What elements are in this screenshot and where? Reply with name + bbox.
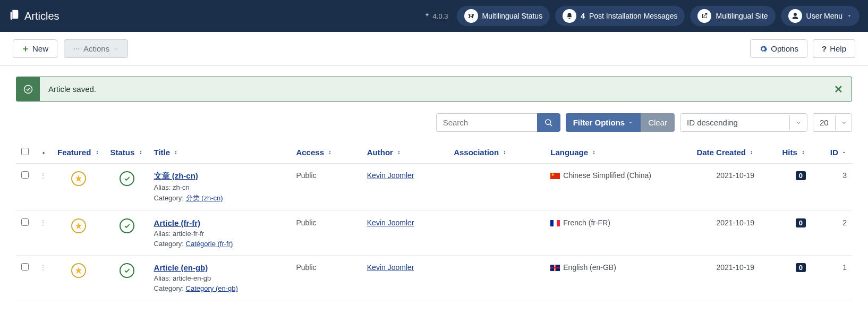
- page-title: Articles: [8, 9, 59, 23]
- article-title-link[interactable]: Article (fr-fr): [154, 218, 201, 227]
- check-icon: [123, 267, 131, 274]
- content-area: Article saved. ✕ Filter Options Clear ID…: [0, 66, 868, 311]
- user-menu-button[interactable]: User Menu: [781, 6, 860, 26]
- col-hits[interactable]: Hits: [760, 141, 811, 164]
- author-link[interactable]: Kevin Joomler: [367, 263, 414, 272]
- search-input[interactable]: [436, 113, 537, 132]
- user-icon: [788, 9, 802, 23]
- col-title[interactable]: Title: [149, 141, 291, 164]
- article-category: Category: Category (en-gb): [154, 284, 286, 292]
- chevron-down-icon: [835, 115, 853, 130]
- question-icon: ?: [822, 44, 827, 53]
- featured-toggle[interactable]: [71, 171, 86, 186]
- col-date[interactable]: Date Created: [657, 141, 760, 164]
- article-title-link[interactable]: Article (en-gb): [154, 263, 208, 272]
- limit-select[interactable]: 20: [813, 113, 852, 132]
- article-alias: Alias: article-en-gb: [154, 274, 286, 282]
- svg-point-2: [78, 48, 79, 49]
- author-link[interactable]: Kevin Joomler: [367, 171, 414, 180]
- new-button[interactable]: New: [13, 39, 57, 58]
- col-access[interactable]: Access: [291, 141, 361, 164]
- post-install-button[interactable]: 4 Post Installation Messages: [555, 6, 685, 26]
- association-value: [448, 256, 545, 300]
- access-value: Public: [291, 164, 361, 211]
- id-value: 3: [811, 164, 852, 211]
- access-value: Public: [291, 211, 361, 256]
- alert-message: Article saved.: [40, 77, 826, 101]
- articles-table: Featured Status Title Access Author Asso…: [16, 141, 852, 300]
- row-checkbox[interactable]: [21, 218, 29, 226]
- plus-icon: [22, 45, 29, 53]
- hits-badge: 0: [796, 263, 806, 272]
- star-icon: [74, 266, 83, 275]
- svg-point-1: [76, 48, 77, 49]
- article-alias: Alias: article-fr-fr: [154, 230, 286, 238]
- filter-bar: Filter Options Clear ID descending 20: [16, 113, 852, 132]
- options-button[interactable]: Options: [750, 39, 807, 58]
- success-alert: Article saved. ✕: [16, 77, 852, 102]
- category-link[interactable]: 分类 (zh-cn): [186, 194, 223, 202]
- col-author[interactable]: Author: [362, 141, 448, 164]
- multilingual-status-button[interactable]: Multilingual Status: [457, 6, 550, 26]
- toolbar: New Actions Options ? Help: [0, 32, 868, 66]
- search-icon: [544, 119, 553, 127]
- row-drag-handle[interactable]: ⋮: [34, 211, 52, 256]
- col-status[interactable]: Status: [105, 141, 149, 164]
- status-toggle[interactable]: [120, 171, 134, 186]
- category-link[interactable]: Category (en-gb): [186, 284, 238, 292]
- access-value: Public: [291, 256, 361, 300]
- row-drag-handle[interactable]: ⋮: [34, 256, 52, 300]
- article-category: Category: 分类 (zh-cn): [154, 193, 286, 203]
- featured-toggle[interactable]: [71, 218, 86, 233]
- star-icon: [74, 174, 83, 183]
- row-drag-handle[interactable]: ⋮: [34, 164, 52, 211]
- star-icon: [74, 222, 83, 230]
- featured-toggle[interactable]: [71, 263, 86, 278]
- id-value: 1: [811, 256, 852, 300]
- articles-icon: [8, 9, 20, 23]
- flag-icon: [550, 265, 560, 271]
- status-toggle[interactable]: [120, 218, 134, 233]
- hits-badge: 0: [796, 171, 806, 180]
- dots-icon: [73, 45, 80, 53]
- row-checkbox[interactable]: [21, 171, 29, 179]
- article-alias: Alias: zh-cn: [154, 183, 286, 191]
- check-icon: [123, 222, 131, 230]
- select-all-checkbox[interactable]: [21, 148, 29, 155]
- header-right: 4.0.3 Multilingual Status 4 Post Install…: [423, 6, 860, 26]
- date-value: 2021-10-19: [657, 211, 760, 256]
- alert-close-button[interactable]: ✕: [826, 77, 852, 101]
- svg-point-0: [74, 48, 75, 49]
- svg-point-4: [546, 120, 550, 124]
- sort-select[interactable]: ID descending: [680, 113, 807, 132]
- flag-icon: [550, 220, 560, 226]
- table-row: ⋮ Article (en-gb) Alias: article-en-gb C…: [16, 256, 852, 300]
- row-checkbox[interactable]: [21, 263, 29, 271]
- article-title-link[interactable]: 文章 (zh-cn): [154, 171, 198, 180]
- external-link-icon: [697, 9, 711, 23]
- col-featured[interactable]: Featured: [52, 141, 105, 164]
- chevron-down-icon: [789, 115, 807, 130]
- actions-button[interactable]: Actions: [64, 39, 128, 58]
- status-toggle[interactable]: [120, 263, 134, 278]
- multilingual-site-button[interactable]: Multilingual Site: [690, 6, 775, 26]
- page-title-text: Articles: [24, 10, 59, 22]
- col-language[interactable]: Language: [545, 141, 657, 164]
- date-value: 2021-10-19: [657, 164, 760, 211]
- author-link[interactable]: Kevin Joomler: [367, 218, 414, 227]
- flag-icon: [550, 173, 560, 179]
- chevron-down-icon: [113, 46, 119, 52]
- caret-down-icon: [628, 120, 633, 125]
- association-value: [448, 211, 545, 256]
- clear-button[interactable]: Clear: [641, 113, 675, 132]
- chevron-down-icon: [847, 13, 852, 19]
- search-button[interactable]: [537, 113, 560, 132]
- filter-options-button[interactable]: Filter Options: [566, 113, 641, 132]
- col-id[interactable]: ID: [811, 141, 852, 164]
- check-icon: [123, 175, 131, 182]
- col-association[interactable]: Association: [448, 141, 545, 164]
- help-button[interactable]: ? Help: [813, 39, 855, 58]
- bell-icon: [563, 9, 576, 23]
- category-link[interactable]: Catégorie (fr-fr): [186, 240, 233, 248]
- col-order[interactable]: [34, 141, 52, 164]
